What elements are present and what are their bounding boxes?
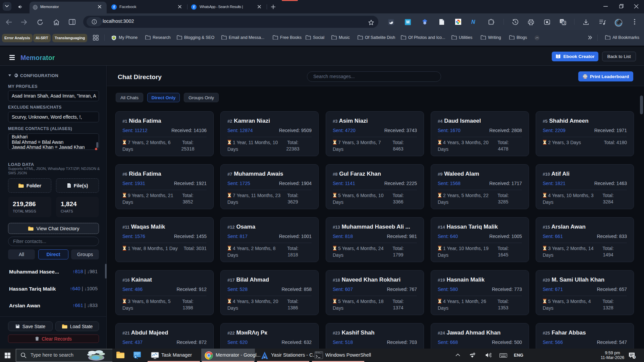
svg-text:文: 文 [563, 21, 566, 25]
svg-text:9: 9 [633, 355, 635, 359]
svg-text:C:\>_: C:\>_ [316, 352, 321, 354]
